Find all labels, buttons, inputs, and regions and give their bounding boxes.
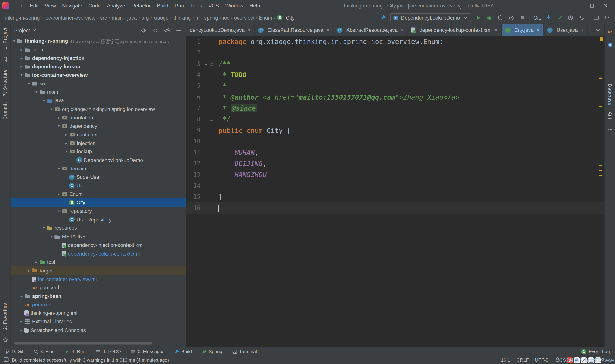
tree-item-dependency-lookup-context-xml[interactable]: dependency-lookup-context.xml <box>11 249 186 258</box>
tree-item-test[interactable]: ▸test <box>11 258 186 266</box>
tree-item-repository[interactable]: ▾repository <box>11 207 186 215</box>
locate-button[interactable] <box>140 26 147 34</box>
more-icon[interactable]: ··· <box>595 357 601 363</box>
tree-item-user[interactable]: CUser <box>11 181 186 190</box>
line-number[interactable]: 8 <box>186 116 203 123</box>
tool-window-button-terminal[interactable]: Terminal <box>232 349 257 354</box>
editor-tab-city-java[interactable]: ECity.java× <box>501 24 544 36</box>
line-number[interactable]: 4 <box>186 71 203 78</box>
tree-item-injection[interactable]: ▸injection <box>11 139 186 147</box>
tree-item-annotation[interactable]: ▸annotation <box>11 113 186 122</box>
horizontal-scrollbar[interactable] <box>14 342 152 344</box>
inspection-indicator[interactable] <box>600 37 603 41</box>
tool-button-database[interactable]: Database <box>607 84 613 106</box>
window-maximize-button[interactable] <box>588 2 596 9</box>
tool-button-restful[interactable] <box>606 41 614 49</box>
run-configuration-select[interactable]: DependencyLookupDemo <box>390 13 471 22</box>
play-button[interactable] <box>474 14 482 21</box>
menu-tools[interactable]: Tools <box>187 1 205 10</box>
warning-stripe-mark[interactable] <box>599 106 603 107</box>
tree-item-pom-xml[interactable]: mpom.xml <box>11 300 186 309</box>
breadcrumb-item-in[interactable]: in <box>194 14 201 21</box>
tree-item-thinking-in-spring[interactable]: ▾thinking-in-springD:\workspace\极客学习\spr… <box>11 37 186 45</box>
keyboard-icon[interactable] <box>588 357 594 363</box>
breadcrumb-item-java[interactable]: java <box>126 14 138 21</box>
fold-end-marker-icon[interactable] <box>210 118 214 120</box>
tree-item-dependency-injection-context-xml[interactable]: dependency-injection-context.xml <box>11 241 186 249</box>
breadcrumb-item-ioc-container-overview[interactable]: ioc-container-overview <box>43 14 96 21</box>
breadcrumb-item-ioc[interactable]: ioc <box>222 14 231 21</box>
breadcrumb-item-thinking[interactable]: thinking <box>172 14 192 21</box>
close-tab-icon[interactable]: × <box>326 27 330 33</box>
line-number[interactable]: 11 <box>186 149 203 156</box>
tree-item-idea[interactable]: ▸.idea <box>11 45 186 54</box>
line-number[interactable]: 1 <box>186 38 203 45</box>
tool-window-button-9-git[interactable]: 9: Git <box>5 349 24 354</box>
layout-button[interactable] <box>593 14 600 21</box>
close-tab-icon[interactable]: × <box>495 27 497 33</box>
warning-stripe-mark[interactable] <box>599 165 603 166</box>
tree-expand-arrow-icon[interactable]: ▸ <box>64 141 69 145</box>
hidden-tabs-button[interactable] <box>591 24 604 36</box>
gear-button[interactable] <box>163 26 171 34</box>
warning-stripe-mark[interactable] <box>599 175 603 176</box>
debug-button[interactable] <box>485 14 493 21</box>
tool-window-button-0-messages[interactable]: 0: Messages <box>131 349 164 354</box>
tree-collapse-arrow-icon[interactable]: ▾ <box>64 149 69 154</box>
breadcrumb-item-xiaoge[interactable]: xiaoge <box>152 14 170 21</box>
editor-tab-dencylookupdemo-java[interactable]: dencyLookupDemo.java× <box>186 24 254 36</box>
breadcrumb-item-spring[interactable]: spring <box>203 14 219 21</box>
hide-button[interactable] <box>175 26 182 34</box>
tree-collapse-arrow-icon[interactable]: ▾ <box>49 234 54 239</box>
menu-analyze[interactable]: Analyze <box>104 1 128 10</box>
tool-button-1-project[interactable]: 1: Project <box>2 27 8 49</box>
tool-window-button-build[interactable]: Build <box>174 349 192 354</box>
tree-item-dependency-injection[interactable]: ▸dependency-injection <box>11 54 186 62</box>
menu-build[interactable]: Build <box>154 1 172 10</box>
pen-icon[interactable] <box>581 357 587 363</box>
rollback-button[interactable] <box>578 14 585 21</box>
tree-item-thinking-in-spring-iml[interactable]: thinking-in-spring.iml <box>11 309 186 317</box>
coverage-button[interactable] <box>496 14 504 21</box>
warning-stripe-mark[interactable] <box>599 170 603 171</box>
line-number[interactable]: 10 <box>186 138 203 145</box>
editor-tab-dependency-lookup-context-xml[interactable]: dependency-lookup-context.xml× <box>408 24 501 36</box>
line-number[interactable]: 7 <box>186 104 203 112</box>
editor-tab-user-java[interactable]: CUser.java× <box>544 24 588 36</box>
line-number[interactable]: 16 <box>186 204 203 211</box>
tree-item-main[interactable]: ▾main <box>11 88 186 96</box>
tree-item-src[interactable]: ▾src <box>11 79 186 88</box>
menu-edit[interactable]: Edit <box>27 1 42 10</box>
breadcrumb-item-src[interactable]: src <box>99 14 108 21</box>
tree-expand-arrow-icon[interactable]: ▸ <box>56 116 62 120</box>
tree-collapse-arrow-icon[interactable]: ▾ <box>56 209 62 213</box>
code-editor[interactable]: 1package org.xiaoge.thinking.in.spring.i… <box>186 36 604 347</box>
tree-collapse-arrow-icon[interactable]: ▾ <box>56 166 62 171</box>
file-encoding[interactable]: UTF-8 <box>535 357 548 363</box>
breadcrumb-item-org[interactable]: org <box>140 14 150 21</box>
tree-item-dependencylookupdemo[interactable]: CDependencyLookupDemo <box>11 156 186 164</box>
tree-collapse-arrow-icon[interactable]: ▾ <box>26 81 32 86</box>
tool-window-button-spring[interactable]: Spring <box>201 349 222 354</box>
commit-check-button[interactable] <box>556 14 563 21</box>
tree-expand-arrow-icon[interactable]: ▸ <box>19 328 24 332</box>
tree-collapse-arrow-icon[interactable]: ▾ <box>11 39 17 43</box>
tree-item-org-xiaoge-thinking-in-spring-ioc-overview[interactable]: ▾org.xiaoge.thinking.in.spring.ioc.overv… <box>11 105 186 113</box>
menu-file[interactable]: File <box>12 1 27 10</box>
tree-item-dependency-lookup[interactable]: ▸dependency-lookup <box>11 62 186 71</box>
breadcrumb-item-enum[interactable]: Enum <box>258 14 273 21</box>
line-number[interactable]: 9 <box>186 127 203 134</box>
close-tab-icon[interactable]: × <box>537 27 540 33</box>
tree-expand-arrow-icon[interactable]: ▸ <box>19 47 24 52</box>
tree-item-spring-bean[interactable]: ▸spring-bean <box>11 292 186 300</box>
doc-render-toggle-icon[interactable]: ≡ <box>204 62 209 66</box>
editor-tab-classpathresource-java[interactable]: CClassPathResource.java× <box>254 24 333 36</box>
window-minimize-button[interactable] <box>575 2 582 9</box>
tree-item-superuser[interactable]: CSuperUser <box>11 173 186 181</box>
window-close-button[interactable] <box>602 2 609 9</box>
tree-collapse-arrow-icon[interactable]: ▾ <box>41 98 47 103</box>
tree-item-scratches-and-consoles[interactable]: ▸Scratches and Consoles <box>11 326 186 334</box>
history-button[interactable] <box>567 14 574 21</box>
breadcrumb-item-inking-in-spring[interactable]: inking-in-spring <box>4 14 41 21</box>
tree-expand-arrow-icon[interactable]: ▸ <box>26 268 32 273</box>
